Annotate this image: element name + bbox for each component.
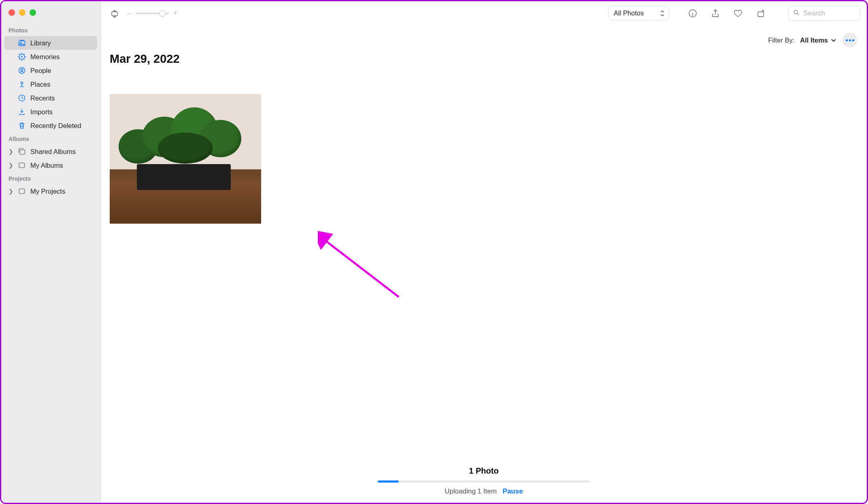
album-icon	[17, 161, 26, 169]
svg-point-5	[21, 82, 23, 84]
svg-rect-8	[19, 163, 24, 168]
sidebar-item-recently-deleted[interactable]: Recently Deleted	[4, 119, 97, 132]
filter-value: All Items	[800, 36, 828, 44]
zoom-in-icon[interactable]: +	[172, 9, 179, 17]
view-selector[interactable]: All Photos	[608, 6, 669, 20]
svg-rect-7	[20, 150, 25, 154]
sidebar-item-label: Memories	[30, 53, 60, 61]
filter-bar: Filter By: All Items	[110, 33, 857, 47]
sidebar-item-label: My Projects	[30, 188, 65, 195]
sidebar-item-label: Places	[30, 81, 51, 88]
memories-icon	[17, 53, 26, 61]
sidebar-item-recents[interactable]: Recents	[4, 91, 97, 105]
imports-icon	[17, 108, 26, 116]
fullscreen-window-button[interactable]	[30, 9, 36, 16]
status-footer: 1 Photo Uploading 1 Item Pause	[101, 466, 867, 495]
window-traffic-lights	[4, 7, 97, 24]
aspect-crop-button[interactable]	[107, 6, 122, 21]
photo-count-label: 1 Photo	[469, 466, 498, 476]
minimize-window-button[interactable]	[19, 9, 26, 16]
zoom-slider[interactable]: – +	[126, 9, 179, 17]
sidebar-item-places[interactable]: Places	[4, 77, 97, 91]
search-field[interactable]	[788, 6, 860, 21]
trash-icon	[17, 122, 26, 130]
sidebar-item-library[interactable]: Library	[4, 36, 97, 50]
chevron-down-icon	[830, 36, 837, 44]
info-button[interactable]	[685, 6, 700, 21]
search-icon	[793, 9, 800, 18]
search-input[interactable]	[803, 9, 856, 17]
toolbar: – + All Photos	[101, 1, 867, 26]
filter-dropdown[interactable]: All Items	[800, 36, 837, 44]
sidebar-item-shared-albums[interactable]: ❯ Shared Albums	[4, 145, 97, 158]
places-icon	[17, 80, 26, 88]
share-button[interactable]	[708, 6, 723, 21]
chevron-right-icon: ❯	[9, 148, 13, 155]
date-heading: Mar 29, 2022	[110, 52, 857, 66]
sidebar: Photos Library Memories People Places	[1, 1, 101, 503]
photo-thumbnail[interactable]	[110, 94, 261, 224]
sidebar-item-label: People	[30, 67, 51, 75]
sidebar-item-my-projects[interactable]: ❯ My Projects	[4, 184, 97, 198]
photo-grid	[110, 94, 857, 224]
annotation-arrow	[318, 228, 411, 309]
sidebar-item-imports[interactable]: Imports	[4, 105, 97, 119]
svg-point-13	[794, 10, 798, 14]
zoom-thumb[interactable]	[159, 10, 166, 17]
shared-albums-icon	[17, 147, 26, 156]
projects-icon	[17, 187, 26, 195]
stepper-icon	[660, 10, 665, 17]
close-window-button[interactable]	[9, 9, 15, 16]
sidebar-section-photos: Photos	[4, 24, 97, 36]
svg-point-4	[21, 69, 23, 71]
chevron-right-icon: ❯	[9, 188, 13, 194]
sidebar-section-albums: Albums	[4, 132, 97, 145]
svg-line-14	[324, 239, 399, 297]
people-icon	[17, 66, 26, 75]
sidebar-item-label: Recently Deleted	[30, 122, 81, 130]
more-options-button[interactable]	[842, 33, 857, 47]
upload-text: Uploading 1 Item	[445, 487, 497, 495]
main-area: – + All Photos	[101, 1, 867, 503]
pause-button[interactable]: Pause	[503, 487, 523, 495]
chevron-right-icon: ❯	[9, 162, 13, 169]
content-area: Filter By: All Items Mar 29, 2022	[101, 26, 867, 503]
sidebar-item-memories[interactable]: Memories	[4, 50, 97, 64]
favorite-button[interactable]	[731, 6, 745, 21]
zoom-out-icon[interactable]: –	[126, 9, 132, 17]
svg-rect-10	[112, 12, 117, 16]
recents-icon	[17, 94, 26, 102]
filter-label: Filter By:	[768, 36, 794, 44]
svg-rect-12	[758, 12, 764, 17]
zoom-track[interactable]	[136, 13, 169, 14]
sidebar-item-people[interactable]: People	[4, 64, 97, 77]
sidebar-item-label: Shared Albums	[30, 148, 76, 156]
rotate-button[interactable]	[753, 6, 768, 21]
view-selector-label: All Photos	[614, 9, 644, 17]
library-icon	[17, 39, 26, 47]
sidebar-section-projects: Projects	[4, 172, 97, 184]
sidebar-item-label: Imports	[30, 108, 53, 116]
upload-progress-bar	[378, 481, 590, 483]
upload-progress-fill	[378, 481, 399, 483]
sidebar-item-label: Recents	[30, 94, 55, 102]
sidebar-item-label: My Albums	[30, 162, 63, 169]
svg-rect-9	[19, 189, 24, 194]
sidebar-item-label: Library	[30, 39, 51, 47]
upload-status-line: Uploading 1 Item Pause	[445, 487, 523, 495]
sidebar-item-my-albums[interactable]: ❯ My Albums	[4, 158, 97, 172]
